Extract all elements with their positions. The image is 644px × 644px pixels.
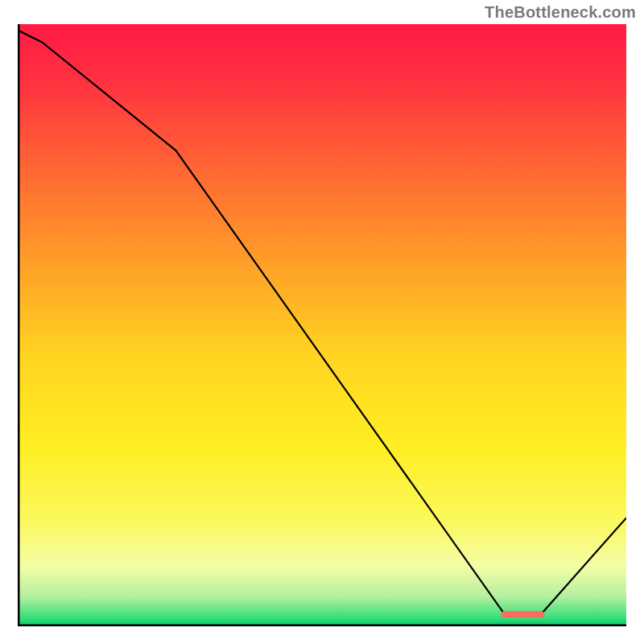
chart-container: TheBottleneck.com (0, 0, 644, 644)
curve-line (18, 30, 626, 614)
optimal-dot (538, 611, 544, 617)
chart-overlay (18, 24, 626, 626)
plot-area (18, 24, 626, 626)
attribution-text: TheBottleneck.com (485, 3, 636, 22)
optimal-zone-marker (502, 611, 545, 617)
